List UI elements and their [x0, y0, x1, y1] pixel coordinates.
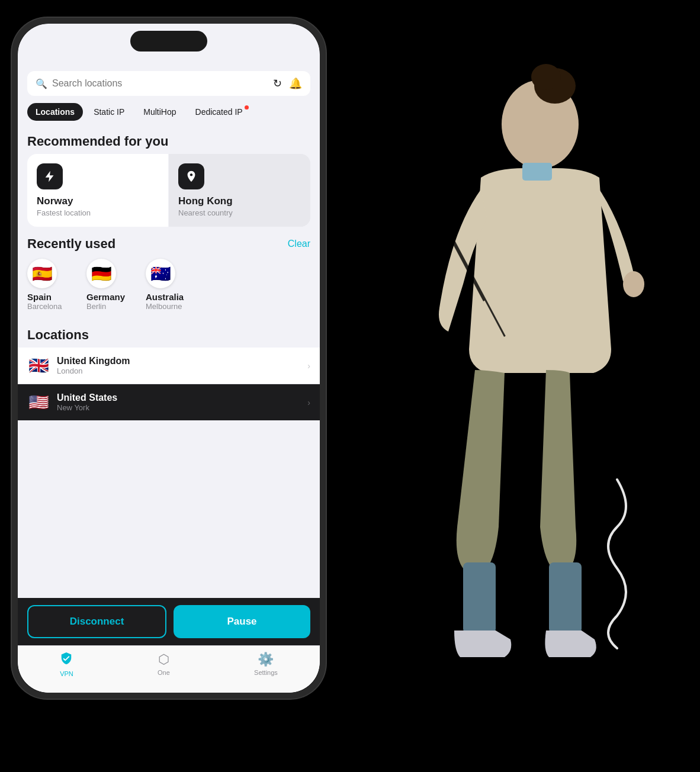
uk-city: London: [57, 366, 300, 375]
screen-content: 🔍 ↻ 🔔 Locations Static IP MultiHop: [18, 24, 320, 693]
us-chevron: ›: [307, 398, 310, 407]
tab-bar-nav: Locations Static IP MultiHop Dedicated I…: [27, 103, 310, 121]
recent-spain[interactable]: 🇪🇸 Spain Barcelona: [27, 259, 75, 311]
spain-city: Barcelona: [27, 302, 62, 311]
notification-dot: [245, 105, 249, 110]
uk-flag: 🇬🇧: [27, 356, 50, 375]
uk-info: United Kingdom London: [57, 356, 300, 375]
location-uk[interactable]: 🇬🇧 United Kingdom London ›: [18, 348, 320, 384]
norway-label: Fastest location: [37, 208, 159, 217]
one-tab-label: One: [158, 669, 170, 676]
germany-country: Germany: [86, 292, 125, 302]
germany-city: Berlin: [86, 302, 106, 311]
australia-country: Australia: [146, 292, 184, 302]
tab-one[interactable]: ⬡ One: [158, 652, 170, 676]
tab-locations[interactable]: Locations: [27, 103, 83, 121]
svg-rect-5: [463, 562, 496, 633]
lightning-icon: [43, 170, 56, 183]
spain-country: Spain: [27, 292, 52, 302]
recent-items-list: 🇪🇸 Spain Barcelona 🇩🇪 Germany Berlin: [18, 256, 320, 316]
germany-flag: 🇩🇪: [86, 259, 116, 288]
bottom-action-bar: Disconnect Pause: [18, 598, 320, 645]
location-pin-icon: [185, 170, 198, 183]
norway-country: Norway: [37, 195, 159, 207]
squiggly-decoration: [582, 474, 653, 654]
recent-germany[interactable]: 🇩🇪 Germany Berlin: [86, 259, 134, 311]
tab-static-ip[interactable]: Static IP: [85, 103, 133, 121]
tab-multihop[interactable]: MultiHop: [135, 103, 184, 121]
lightning-icon-wrap: [37, 163, 63, 189]
pause-button[interactable]: Pause: [174, 605, 310, 638]
phone-notch: [130, 31, 207, 52]
rec-card-hongkong[interactable]: Hong Kong Nearest country: [169, 154, 310, 227]
svg-rect-4: [522, 163, 552, 181]
search-icon: 🔍: [36, 78, 47, 89]
australia-city: Melbourne: [146, 302, 182, 311]
bottom-tab-bar: VPN ⬡ One ⚙️ Settings: [18, 645, 320, 693]
search-bar[interactable]: 🔍 ↻ 🔔: [27, 71, 310, 96]
settings-tab-label: Settings: [254, 669, 278, 676]
uk-country: United Kingdom: [57, 356, 300, 366]
gear-icon: ⚙️: [258, 652, 274, 667]
hongkong-country: Hong Kong: [178, 195, 301, 207]
recently-title: Recently used: [27, 236, 115, 252]
us-city: New York: [57, 403, 300, 412]
locations-section-header: Locations: [18, 320, 320, 348]
refresh-icon[interactable]: ↻: [273, 77, 282, 90]
scene: 🔍 ↻ 🔔 Locations Static IP MultiHop: [0, 0, 700, 772]
vpn-icon: [60, 652, 73, 668]
search-input[interactable]: [52, 78, 268, 89]
one-icon: ⬡: [158, 652, 169, 667]
tab-vpn[interactable]: VPN: [60, 652, 73, 677]
recent-australia[interactable]: 🇦🇺 Australia Melbourne: [146, 259, 193, 311]
hongkong-label: Nearest country: [178, 208, 301, 217]
rec-card-norway[interactable]: Norway Fastest location: [27, 154, 168, 227]
recommended-header: Recommended for you: [18, 127, 320, 154]
svg-point-3: [623, 271, 644, 297]
bell-icon[interactable]: 🔔: [289, 77, 302, 90]
recommended-grid: Norway Fastest location Hong K: [27, 154, 310, 227]
recently-used-header: Recently used Clear: [18, 227, 320, 256]
us-info: United States New York: [57, 393, 300, 412]
us-flag: 🇺🇸: [27, 393, 50, 412]
svg-rect-6: [549, 562, 582, 633]
phone: 🔍 ↻ 🔔 Locations Static IP MultiHop: [12, 18, 326, 699]
phone-screen: 🔍 ↻ 🔔 Locations Static IP MultiHop: [18, 24, 320, 693]
vpn-tab-label: VPN: [60, 670, 73, 677]
location-us[interactable]: 🇺🇸 United States New York ›: [18, 384, 320, 420]
australia-flag: 🇦🇺: [146, 259, 175, 288]
us-country: United States: [57, 393, 300, 403]
uk-chevron: ›: [307, 361, 310, 371]
clear-button[interactable]: Clear: [288, 239, 310, 249]
pin-icon-wrap: [178, 163, 204, 189]
tab-dedicated-ip[interactable]: Dedicated IP: [187, 103, 251, 121]
locations-section: Locations 🇬🇧 United Kingdom London ›: [18, 320, 320, 420]
search-actions: ↻ 🔔: [273, 77, 302, 90]
tab-settings[interactable]: ⚙️ Settings: [254, 652, 278, 676]
svg-point-2: [531, 64, 561, 90]
spain-flag: 🇪🇸: [27, 259, 57, 288]
disconnect-button[interactable]: Disconnect: [27, 605, 166, 638]
